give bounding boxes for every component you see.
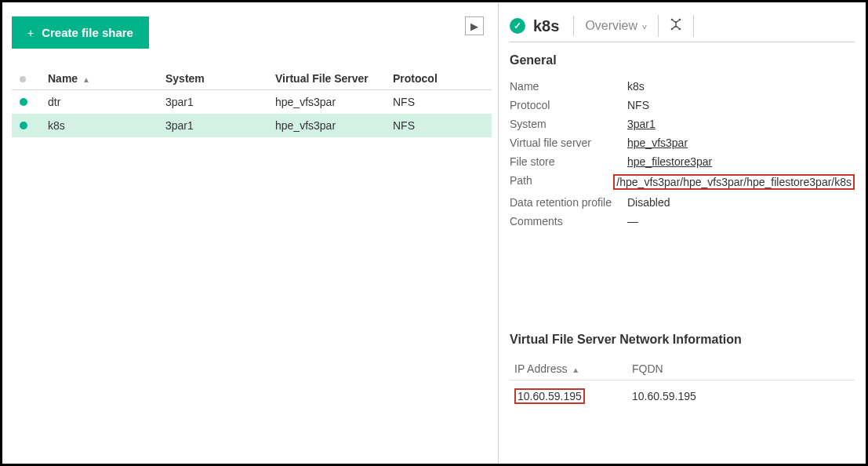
file-shares-table: Name ▲ System Virtual File Server Protoc… [12, 67, 492, 137]
cell-name: dtr [40, 90, 158, 115]
table-row[interactable]: dtr 3par1 hpe_vfs3par NFS [12, 90, 492, 115]
value-retention: Disabled [627, 196, 670, 209]
value-protocol: NFS [627, 99, 649, 111]
label-path: Path [510, 174, 613, 190]
label-retention: Data retention profile [510, 196, 627, 209]
label-filestore: File store [510, 155, 627, 168]
svg-point-1 [679, 19, 681, 21]
header-system[interactable]: System [158, 67, 267, 90]
value-filestore[interactable]: hpe_filestore3par [627, 155, 712, 168]
status-ok-icon: ✓ [510, 18, 525, 34]
value-comments: — [627, 215, 638, 228]
header-ip[interactable]: IP Address ▲ [510, 358, 627, 380]
chevron-down-icon: ⅴ [642, 22, 647, 31]
cell-protocol: NFS [385, 90, 492, 115]
header-protocol[interactable]: Protocol [385, 67, 492, 90]
actions-icon[interactable] [658, 15, 694, 37]
create-button-label: Create file share [42, 26, 133, 39]
cell-system: 3par1 [158, 90, 267, 115]
label-comments: Comments [510, 215, 627, 228]
cell-ip: 10.60.59.195 [514, 388, 585, 404]
cell-fqdn: 10.60.59.195 [627, 380, 855, 410]
cell-vfs: hpe_vfs3par [267, 90, 385, 115]
value-vfs[interactable]: hpe_vfs3par [627, 137, 688, 149]
svg-point-3 [679, 28, 681, 31]
detail-title: k8s [533, 17, 559, 35]
label-name: Name [510, 80, 627, 93]
value-system[interactable]: 3par1 [627, 118, 656, 130]
tab-overview[interactable]: Overview ⅴ [573, 16, 658, 36]
status-ok-icon [20, 122, 27, 129]
status-header-icon [20, 76, 26, 82]
header-fqdn[interactable]: FQDN [627, 358, 855, 380]
table-row[interactable]: k8s 3par1 hpe_vfs3par NFS [12, 114, 492, 137]
table-row[interactable]: 10.60.59.195 10.60.59.195 [510, 380, 855, 410]
file-shares-panel: + Create file share ▶ Name ▲ System Virt… [2, 2, 499, 464]
cell-name: k8s [40, 114, 158, 137]
header-name[interactable]: Name ▲ [40, 67, 158, 90]
sort-asc-icon: ▲ [572, 366, 579, 374]
detail-header: ✓ k8s Overview ⅴ [510, 15, 855, 42]
value-path: /hpe_vfs3par/hpe_vfs3par/hpe_filestore3p… [613, 174, 855, 190]
section-general-title: General [510, 53, 855, 67]
cell-vfs: hpe_vfs3par [267, 114, 385, 137]
svg-point-2 [671, 28, 674, 31]
play-icon-button[interactable]: ▶ [465, 16, 484, 35]
plus-icon: + [27, 27, 34, 39]
sort-asc-icon: ▲ [82, 75, 90, 84]
header-vfs[interactable]: Virtual File Server [267, 67, 385, 90]
create-file-share-button[interactable]: + Create file share [12, 16, 149, 49]
section-network-title: Virtual File Server Network Information [510, 333, 855, 347]
status-ok-icon [20, 98, 27, 106]
label-system: System [510, 118, 627, 130]
label-vfs: Virtual file server [510, 137, 627, 149]
network-table: IP Address ▲ FQDN 10.60.59.195 10.60.59.… [510, 358, 855, 409]
svg-point-0 [671, 19, 674, 21]
value-name: k8s [627, 80, 645, 93]
label-protocol: Protocol [510, 99, 627, 111]
cell-protocol: NFS [385, 114, 492, 137]
play-icon: ▶ [470, 20, 478, 32]
cell-system: 3par1 [158, 114, 267, 137]
detail-panel: ✓ k8s Overview ⅴ General Namek8s Protoco… [499, 2, 866, 464]
